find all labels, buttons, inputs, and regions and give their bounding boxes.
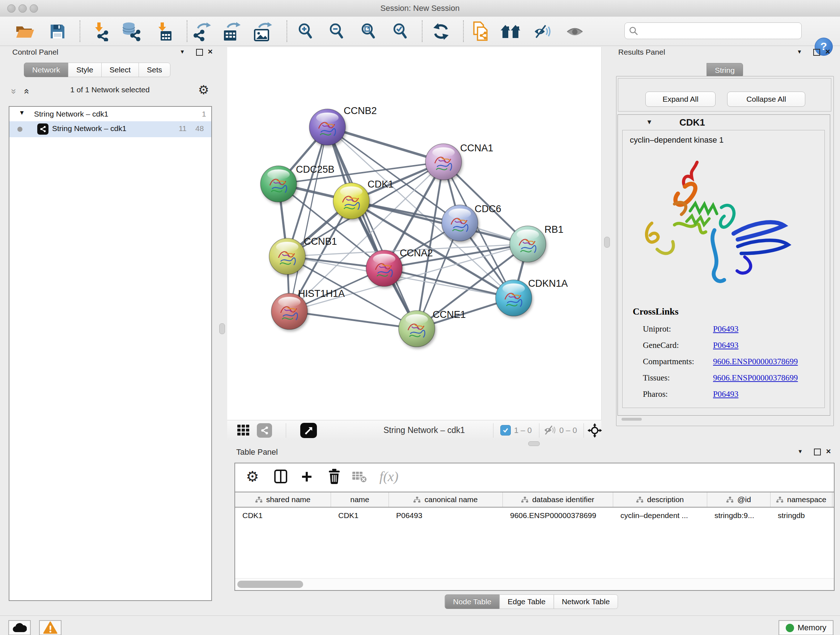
panel-close-icon[interactable]: ✕ [205,47,215,57]
bottom-splitter[interactable] [227,440,601,446]
network-node-CCNB2[interactable] [309,109,346,145]
panel-float-icon[interactable] [814,448,821,455]
column-header-namespace[interactable]: namespace [771,492,832,507]
tab-network[interactable]: Network [24,63,68,77]
network-view-share-icon[interactable] [257,423,272,438]
network-node-CCNE1[interactable] [399,310,435,347]
network-canvas[interactable]: CCNB2CCNA1CDC25BCDK1CDC6RB1CCNB1CCNA2CDK… [227,47,602,420]
panel-close-icon[interactable]: ✕ [823,47,832,57]
war ning-button[interactable] [39,620,62,635]
network-row-selected[interactable]: String Network – cdk1 11 48 [9,121,211,137]
table-cell[interactable]: stringdb:9... [707,508,771,524]
control-panel-tabs: NetworkStyleSelectSets [24,63,171,77]
collapse-all-button[interactable]: Collapse All [727,92,805,107]
tree-expander-icon[interactable]: ▼ [19,109,25,117]
tab-edge-table[interactable]: Edge Table [499,594,554,609]
right-splitter-knob[interactable] [604,237,610,248]
left-splitter-knob[interactable] [219,323,225,334]
grid-view-icon[interactable] [237,424,249,436]
network-node-CDC25B[interactable] [261,166,297,202]
delete-table-icon[interactable] [350,468,369,485]
search-input[interactable] [642,24,796,37]
export-network-button[interactable] [192,21,213,42]
save-session-button[interactable] [47,21,68,42]
panel-collapse-icon[interactable]: ▼ [796,447,805,456]
network-node-CDC6[interactable] [442,205,478,241]
crosslink-link[interactable]: P06493 [713,340,738,350]
column-header-canonical-name[interactable]: canonical name [389,492,503,507]
network-node-CDK1[interactable] [333,183,369,219]
tab-style[interactable]: Style [68,63,102,77]
selected-checkbox-icon[interactable] [500,425,511,435]
duplicate-network-button[interactable] [470,21,491,42]
zoom-selected-button[interactable] [389,21,410,42]
crosslink-link[interactable]: 9606.ENSP00000378699 [713,373,798,383]
tab-select[interactable]: Select [101,63,139,77]
open-session-button[interactable] [14,21,35,42]
fit-content-button[interactable] [357,21,378,42]
results-hscrollbar-thumb[interactable] [622,418,642,421]
zoom-in-button[interactable] [294,21,316,42]
table-cell[interactable]: P06493 [389,508,503,524]
bottom-splitter-knob[interactable] [528,441,540,446]
crosslink-link[interactable]: 9606.ENSP00000378699 [713,357,798,366]
crosslink-link[interactable]: P06493 [713,390,738,399]
zoom-out-button[interactable] [325,21,347,42]
crosslink-link[interactable]: P06493 [713,325,738,334]
panel-close-icon[interactable]: ✕ [824,447,833,456]
tab-node-table[interactable]: Node Table [445,594,500,609]
detach-view-icon[interactable] [300,423,317,438]
tab-sets[interactable]: Sets [139,63,171,77]
table-hscrollbar[interactable] [235,578,834,590]
panel-float-icon[interactable] [813,49,820,56]
tab-network-table[interactable]: Network Table [554,594,618,609]
column-header-name[interactable]: name [331,492,389,507]
create-column-plus-icon[interactable]: + [297,468,316,487]
table-hscrollbar-thumb[interactable] [237,581,303,588]
panel-float-icon[interactable] [196,49,203,56]
show-columns-icon[interactable] [271,468,290,485]
table-cell[interactable]: CDK1 [235,508,331,524]
column-header-shared-name[interactable]: shared name [235,492,331,507]
collapse-all-networks-icon[interactable]: » [8,89,19,92]
refresh-view-button[interactable] [431,21,452,42]
show-hide-graphics-button[interactable] [532,21,554,42]
main-toolbar: ? [0,17,840,46]
panel-collapse-icon[interactable]: ▼ [795,47,804,57]
column-header-database-identifier[interactable]: database identifier [503,492,613,507]
crosslink-label: GeneCard: [643,340,679,350]
table-cell[interactable]: cyclin–dependent ... [613,508,707,524]
crosshair-icon[interactable] [587,423,602,439]
export-image-button[interactable] [253,21,273,42]
table-cell[interactable]: stringdb [771,508,832,524]
export-table-button[interactable] [221,21,242,42]
cloud-button[interactable] [8,620,31,635]
network-collection-row[interactable]: ▼ String Network – cdk1 1 [9,107,211,121]
left-splitter[interactable] [216,47,228,606]
table-cell[interactable]: 9606.ENSP00000378699 [503,508,613,524]
node-card-header[interactable]: ▼ CDK1 [618,115,830,130]
hidden-eye-slash-icon[interactable] [543,424,557,437]
column-header--id[interactable]: @id [707,492,771,507]
network-node-CCNA1[interactable] [425,144,462,180]
memory-button[interactable]: Memory [778,620,834,635]
delete-column-trash-icon[interactable] [325,468,344,485]
eye-button[interactable] [564,21,585,42]
network-options-gear-icon[interactable]: ⚙ [198,82,209,97]
home-button[interactable] [500,21,521,42]
network-node-CCNA2[interactable] [366,250,402,287]
results-tab-string[interactable]: String [706,63,743,78]
network-node-RB1[interactable] [510,226,546,262]
network-node-CDKN1A[interactable] [496,280,532,316]
card-expander-icon[interactable]: ▼ [646,119,653,126]
table-cell[interactable]: CDK1 [331,508,389,524]
expand-all-button[interactable]: Expand All [645,92,715,107]
import-network-database-button[interactable] [121,21,142,42]
panel-collapse-icon[interactable]: ▼ [178,47,187,57]
column-header-description[interactable]: description [613,492,707,507]
import-network-file-button[interactable] [90,21,111,42]
table-settings-gear-icon[interactable]: ⚙ [243,468,262,485]
import-table-file-button[interactable] [154,21,175,42]
network-node-CCNB1[interactable] [269,238,305,274]
function-builder-icon[interactable]: f(x) [374,468,403,485]
